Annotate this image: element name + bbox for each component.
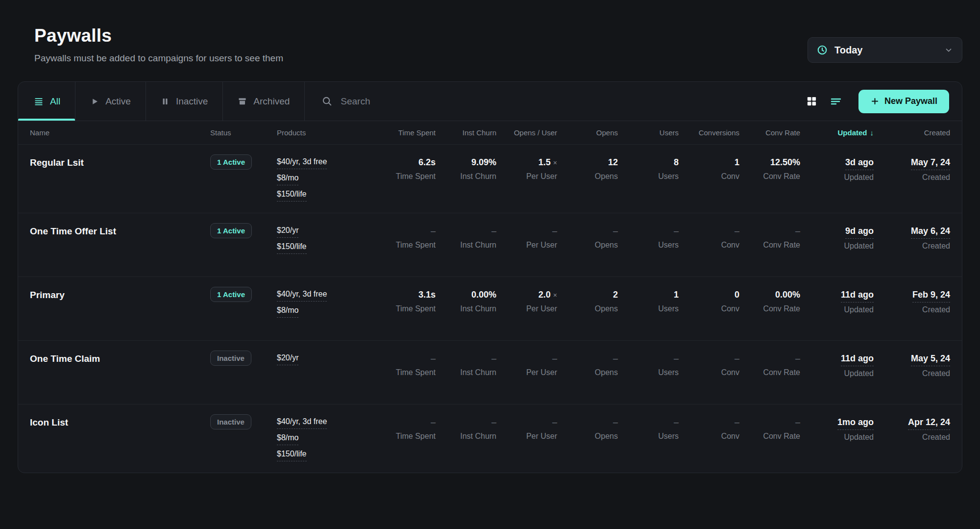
metric-value: –: [496, 226, 557, 236]
metric-value: 2.0×: [496, 290, 557, 300]
sort-desc-icon: ↓: [870, 128, 874, 137]
tab-bar: All Active: [18, 82, 305, 121]
metric-value: –: [679, 417, 739, 428]
column-header-created[interactable]: Created: [874, 128, 950, 137]
view-toggles: [806, 82, 858, 121]
column-header-time-spent[interactable]: Time Spent: [375, 128, 436, 137]
product-price[interactable]: $150/life: [277, 190, 307, 202]
list-view-button[interactable]: [830, 96, 842, 107]
metric-value-wrap: May 7, 24: [874, 157, 950, 170]
metric-label: Conv: [679, 304, 739, 313]
product-price[interactable]: $150/life: [277, 450, 307, 461]
metric-cell-created: May 5, 24Created: [874, 353, 950, 397]
metric-value[interactable]: 11d ago: [841, 290, 874, 302]
product-price[interactable]: $8/mo: [277, 174, 298, 185]
product-price[interactable]: $40/yr, 3d free: [277, 417, 327, 429]
metric-value-wrap: –: [557, 226, 618, 236]
metric-label: Conv: [679, 432, 739, 441]
search-input[interactable]: [341, 96, 546, 107]
column-header-products[interactable]: Products: [277, 128, 375, 137]
metric-label: Opens: [557, 172, 618, 181]
product-price[interactable]: $8/mo: [277, 306, 298, 318]
pause-icon: [161, 97, 170, 106]
search-icon: [321, 96, 333, 107]
products-cell: $40/yr, 3d free$8/mo$150/life: [277, 157, 375, 206]
metric-label: Per User: [496, 432, 557, 441]
metric-label: Inst Churn: [436, 241, 496, 250]
column-header-conversions[interactable]: Conversions: [679, 128, 739, 137]
metric-value[interactable]: May 6, 24: [911, 226, 950, 239]
table-row[interactable]: One Time Offer List1 Active$20/yr$150/li…: [18, 213, 962, 277]
metric-value[interactable]: May 5, 24: [911, 353, 950, 366]
column-header-opens[interactable]: Opens: [557, 128, 618, 137]
metric-value: –: [496, 417, 557, 428]
grid-view-icon: [806, 96, 817, 107]
tab-label: Active: [105, 96, 131, 107]
metric-label: Per User: [496, 304, 557, 313]
metric-value[interactable]: 1mo ago: [837, 417, 874, 430]
metric-value[interactable]: 3d ago: [845, 157, 874, 170]
metric-value[interactable]: 11d ago: [841, 353, 874, 366]
metric-value-wrap: 1.5×: [496, 157, 557, 168]
column-header-status[interactable]: Status: [210, 128, 277, 137]
metric-value[interactable]: Feb 9, 24: [912, 290, 950, 302]
metric-value: –: [618, 353, 679, 364]
table-row[interactable]: Icon ListInactive$40/yr, 3d free$8/mo$15…: [18, 404, 962, 473]
period-selector[interactable]: Today: [808, 37, 962, 63]
metric-label: Users: [618, 432, 679, 441]
metric-value-wrap: 11d ago: [800, 353, 874, 366]
product-price[interactable]: $40/yr, 3d free: [277, 290, 327, 302]
paywall-name-cell: Primary: [30, 290, 210, 333]
metric-value[interactable]: Apr 12, 24: [908, 417, 950, 430]
column-header-users[interactable]: Users: [618, 128, 679, 137]
metric-value: –: [436, 417, 496, 428]
tab-active[interactable]: Active: [75, 82, 146, 121]
product-price[interactable]: $40/yr, 3d free: [277, 157, 327, 169]
metric-label: Conv Rate: [739, 368, 800, 377]
table-row[interactable]: Primary1 Active$40/yr, 3d free$8/mo3.1sT…: [18, 277, 962, 341]
metric-cell-updated: 11d agoUpdated: [800, 353, 874, 397]
table-row[interactable]: Regular Lsit1 Active$40/yr, 3d free$8/mo…: [18, 145, 962, 213]
column-header-conv-rate[interactable]: Conv Rate: [739, 128, 800, 137]
metric-label: Updated: [800, 242, 874, 251]
grid-view-button[interactable]: [806, 96, 817, 107]
metric-label: Users: [618, 368, 679, 377]
metric-value[interactable]: 9d ago: [845, 226, 874, 239]
product-price[interactable]: $20/yr: [277, 226, 298, 238]
product-price[interactable]: $20/yr: [277, 353, 298, 365]
paywall-name: Icon List: [30, 417, 210, 428]
metric-value[interactable]: May 7, 24: [911, 157, 950, 170]
metric-label: Opens: [557, 304, 618, 313]
metric-cell-conv: –Conv: [679, 226, 739, 270]
metric-label: Users: [618, 172, 679, 181]
metric-value: –: [375, 226, 436, 236]
metric-value-wrap: Apr 12, 24: [874, 417, 950, 430]
metric-label: Time Spent: [375, 172, 436, 181]
product-price[interactable]: $150/life: [277, 242, 307, 254]
metric-value: 6.2s: [375, 157, 436, 168]
table-row[interactable]: One Time ClaimInactive$20/yr–Time Spent–…: [18, 341, 962, 404]
tab-all[interactable]: All: [18, 82, 75, 121]
metric-label: Created: [874, 242, 950, 251]
column-header-opens-user[interactable]: Opens / User: [496, 128, 557, 137]
menu-lines-icon: [34, 97, 44, 106]
metric-value-wrap: –: [679, 226, 739, 236]
tab-archived[interactable]: Archived: [223, 82, 305, 121]
new-paywall-button[interactable]: New Paywall: [858, 90, 949, 113]
column-header-inst-churn[interactable]: Inst Churn: [436, 128, 496, 137]
metric-value-wrap: –: [618, 417, 679, 428]
column-header-name[interactable]: Name: [30, 128, 210, 137]
column-header-updated[interactable]: Updated↓: [800, 128, 874, 137]
metric-value-wrap: –: [436, 353, 496, 364]
tab-inactive[interactable]: Inactive: [146, 82, 223, 121]
plus-icon: [870, 97, 880, 106]
product-price[interactable]: $8/mo: [277, 433, 298, 445]
metric-value-wrap: 12.50%: [739, 157, 800, 168]
metric-cell-inst-churn: 0.00%Inst Churn: [436, 290, 496, 333]
products-cell: $40/yr, 3d free$8/mo: [277, 290, 375, 333]
metric-value-wrap: –: [375, 353, 436, 364]
metric-label: Created: [874, 369, 950, 378]
metric-cell-inst-churn: –Inst Churn: [436, 417, 496, 466]
status-badge: Inactive: [210, 351, 251, 366]
metric-value-wrap: 11d ago: [800, 290, 874, 302]
